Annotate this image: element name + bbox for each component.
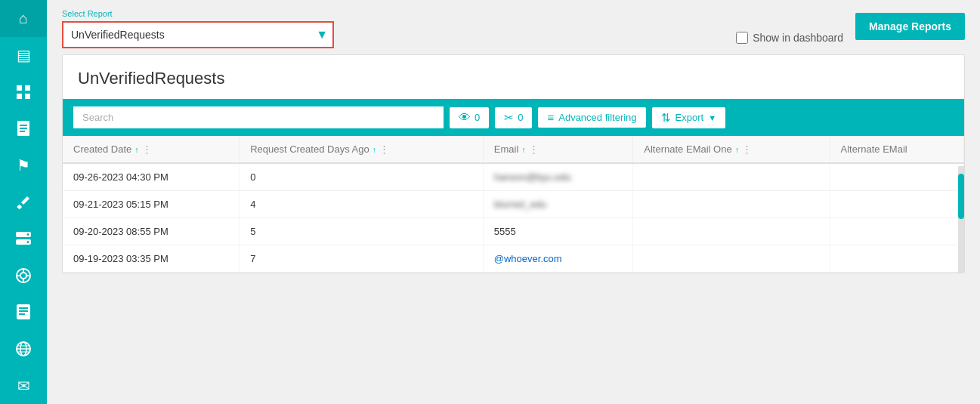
sort-icon-created-date[interactable]: ↑ [134,145,139,154]
sidebar-item-tools[interactable] [0,183,47,221]
search-box [73,106,444,128]
svg-rect-2 [17,94,22,99]
sort-icon-alt-email-one[interactable]: ↑ [735,145,740,154]
table-wrapper: Created Date ↑ ⋮ Request Created Days Ag… [63,136,964,273]
col-label-days-ago: Request Created Days Ago [250,143,369,155]
menu-icon-days-ago[interactable]: ⋮ [379,143,389,155]
cell-alt-email [830,218,963,245]
col-label-email: Email [494,143,519,155]
export-label: Export [675,112,704,123]
col-label-alt-email: Alternate EMail [841,143,907,155]
sidebar-item-globe[interactable] [0,331,47,368]
svg-rect-20 [19,307,28,309]
report-select-section: Select Report UnVerifiedRequests ▼ [62,9,334,48]
cell-alt-email [830,191,963,218]
table-row: 09-20-2023 08:55 PM55555 [63,218,964,245]
topbar: Select Report UnVerifiedRequests ▼ Show … [47,0,980,54]
show-in-dashboard-checkbox[interactable] [736,32,748,44]
cell-alt-email [830,163,963,191]
report-container: UnVerifiedRequests 👁 0 ✂ 0 ≡ Advanced fi… [62,54,965,273]
sidebar-item-grid[interactable] [0,73,47,110]
svg-point-11 [27,233,29,236]
col-header-alt-email-one: Alternate EMail One ↑ ⋮ [633,136,830,163]
filter-count-badge[interactable]: ✂ 0 [495,107,532,128]
cell-alt-email [830,245,963,273]
cell-email: blurred_edu [483,191,633,218]
svg-rect-22 [19,313,25,315]
cell-days-ago: 5 [240,218,484,245]
advanced-filtering-label: Advanced filtering [558,112,636,123]
scrollbar-thumb[interactable] [958,174,964,219]
menu-icon-email[interactable]: ⋮ [529,143,539,155]
sidebar: ⌂ ▤ ⚑ ✉ [0,0,47,404]
svg-rect-0 [17,85,22,91]
cell-email: @whoever.com [483,245,633,273]
svg-rect-5 [20,125,27,126]
cell-alt-email-one [633,163,830,191]
cell-email: hanson@byu.edu [483,163,633,191]
sidebar-item-chart[interactable]: ▤ [0,37,47,74]
cell-alt-email-one [633,245,830,273]
svg-rect-6 [20,128,27,129]
col-header-created-date: Created Date ↑ ⋮ [63,136,240,163]
report-select[interactable]: UnVerifiedRequests [62,21,334,48]
table-row: 09-19-2023 03:35 PM7@whoever.com [63,245,964,273]
table-row: 09-26-2023 04:30 PM0hanson@byu.edu [63,163,964,191]
eye-icon: 👁 [459,111,471,125]
col-label-alt-email-one: Alternate EMail One [644,143,731,155]
scrollbar-track[interactable] [958,166,964,273]
visible-count-badge[interactable]: 👁 0 [450,107,489,128]
sidebar-item-home[interactable]: ⌂ [0,0,47,37]
report-select-wrapper: UnVerifiedRequests ▼ [62,21,334,48]
cell-days-ago: 0 [240,163,484,191]
sidebar-item-server[interactable] [0,221,47,258]
scissors-icon: ✂ [504,111,514,125]
svg-rect-7 [20,131,25,132]
sort-icon-email[interactable]: ↑ [521,145,526,154]
cell-created-date: 09-26-2023 04:30 PM [63,163,240,191]
cell-created-date: 09-20-2023 08:55 PM [63,218,240,245]
cell-alt-email-one [633,218,830,245]
menu-icon-created-date[interactable]: ⋮ [142,143,152,155]
cell-alt-email-one [633,191,830,218]
svg-point-14 [20,273,26,279]
sort-icon-days-ago[interactable]: ↑ [373,145,377,154]
main-content: Select Report UnVerifiedRequests ▼ Show … [47,0,980,404]
cell-created-date: 09-21-2023 05:15 PM [63,191,240,218]
col-header-alt-email: Alternate EMail [830,136,963,163]
sidebar-item-flag[interactable]: ⚑ [0,147,47,184]
filter-icon: ≡ [547,111,554,124]
dashboard-check-section: Show in dashboard [736,32,843,44]
cell-days-ago: 7 [240,245,484,273]
col-header-email: Email ↑ ⋮ [483,136,633,163]
sidebar-item-document[interactable] [0,110,47,147]
svg-rect-1 [25,85,30,91]
filter-count: 0 [518,112,523,123]
search-input[interactable] [73,106,444,128]
content-area: UnVerifiedRequests 👁 0 ✂ 0 ≡ Advanced fi… [47,54,980,404]
table-row: 09-21-2023 05:15 PM4blurred_edu [63,191,964,218]
cell-created-date: 09-19-2023 03:35 PM [63,245,240,273]
cell-days-ago: 4 [240,191,484,218]
svg-rect-8 [17,204,22,209]
topbar-right: Show in dashboard Manage Reports [736,9,965,44]
col-label-created-date: Created Date [73,143,131,155]
sidebar-item-mail[interactable]: ✉ [0,367,47,404]
report-title: UnVerifiedRequests [63,55,964,99]
sidebar-item-help[interactable] [0,257,47,294]
menu-icon-alt-email-one[interactable]: ⋮ [742,143,752,155]
export-button[interactable]: ⇅ Export ▼ [652,107,725,128]
export-sort-icon: ⇅ [661,111,671,125]
table-header-row: Created Date ↑ ⋮ Request Created Days Ag… [63,136,964,163]
svg-point-12 [27,241,29,243]
manage-reports-button[interactable]: Manage Reports [855,13,965,40]
svg-rect-3 [25,94,30,99]
sidebar-item-report[interactable] [0,294,47,331]
svg-rect-21 [19,310,28,312]
advanced-filtering-button[interactable]: ≡ Advanced filtering [538,107,645,128]
cell-email: 5555 [483,218,633,245]
table-toolbar: 👁 0 ✂ 0 ≡ Advanced filtering ⇅ Export ▼ [63,99,964,136]
select-report-label: Select Report [62,9,334,18]
table-body: 09-26-2023 04:30 PM0hanson@byu.edu09-21-… [63,163,964,273]
data-table: Created Date ↑ ⋮ Request Created Days Ag… [63,136,964,273]
